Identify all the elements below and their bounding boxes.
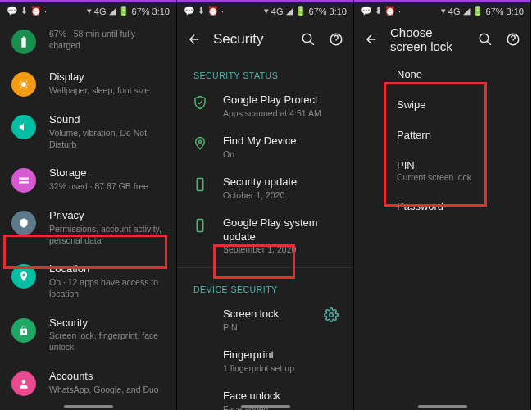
battery-icon	[11, 30, 36, 54]
download-icon: ⬇	[20, 6, 28, 16]
play-protect-row[interactable]: Google Play ProtectApps scanned at 4:51 …	[177, 85, 353, 126]
wifi-icon: ▾	[87, 6, 92, 16]
help-icon[interactable]	[506, 32, 521, 47]
svg-point-1	[22, 380, 26, 384]
location-row[interactable]: LocationOn · 12 apps have access to loca…	[0, 254, 176, 308]
security-row[interactable]: SecurityScreen lock, fingerprint, face u…	[0, 308, 176, 362]
storage-icon	[11, 168, 36, 193]
accounts-row[interactable]: AccountsWhatsApp, Google, and Duo	[0, 362, 176, 404]
net-label: 4G	[94, 7, 107, 16]
play-update-row[interactable]: Google Play system updateSeptember 1, 20…	[177, 208, 353, 263]
security-icon	[11, 318, 36, 343]
pin-icon	[192, 136, 208, 151]
security-update-row[interactable]: Security updateOctober 1, 2020	[177, 167, 353, 208]
gear-icon[interactable]	[324, 308, 339, 322]
location-icon	[11, 264, 36, 289]
chat-icon: 💬	[7, 6, 18, 16]
sound-icon	[11, 115, 36, 139]
lock-none[interactable]: None	[354, 59, 530, 89]
lock-list[interactable]: None Swipe Pattern PINCurrent screen loc…	[354, 59, 530, 410]
page-title: Choose screen lock	[390, 25, 466, 53]
security-list[interactable]: SECURITY STATUS Google Play ProtectApps …	[177, 59, 353, 410]
fingerprint-row[interactable]: Fingerprint1 fingerprint set up	[177, 340, 353, 381]
battery-row[interactable]: 67% · 58 min until fully charged	[0, 20, 176, 62]
svg-point-7	[199, 140, 202, 143]
dot-icon: ·	[44, 7, 47, 16]
privacy-row[interactable]: PrivacyPermissions, account activity, pe…	[0, 201, 176, 254]
divider	[177, 267, 353, 268]
status-bar: 💬⬇⏰· ▾4G◢🔋67%3:10	[354, 0, 530, 20]
section-device: DEVICE SECURITY	[177, 273, 353, 299]
screen-security: 💬⬇⏰· ▾4G◢🔋67%3:10 Security SECURITY STAT…	[177, 0, 354, 410]
find-device-row[interactable]: Find My DeviceOn	[177, 126, 353, 167]
phone-icon	[192, 177, 208, 192]
nav-pill[interactable]	[241, 405, 290, 408]
shield-check-icon	[192, 95, 208, 110]
battery-sub: 67% · 58 min until fully charged	[49, 29, 165, 51]
display-icon	[11, 72, 36, 97]
svg-rect-8	[197, 178, 203, 190]
back-icon[interactable]	[364, 32, 379, 47]
svg-point-10	[330, 313, 334, 317]
privacy-icon	[11, 211, 36, 235]
screen-settings: 💬 ⬇ ⏰ · ▾ 4G ◢ 🔋 67% 3:10 67% · 58 min u…	[0, 0, 177, 410]
help-icon[interactable]	[329, 32, 343, 47]
svg-point-0	[21, 82, 26, 87]
nav-pill[interactable]	[64, 405, 113, 408]
status-bar: 💬⬇⏰· ▾4G◢🔋67%3:10	[177, 0, 353, 20]
lock-pattern[interactable]: Pattern	[354, 120, 530, 150]
clock: 3:10	[152, 7, 170, 16]
storage-row[interactable]: Storage32% used · 87.67 GB free	[0, 158, 176, 201]
nav-pill[interactable]	[418, 405, 467, 408]
svg-point-11	[480, 34, 489, 43]
display-row[interactable]: DisplayWallpaper, sleep, font size	[0, 62, 176, 105]
app-bar: Security	[177, 20, 353, 59]
lock-swipe[interactable]: Swipe	[354, 89, 530, 120]
lock-pin[interactable]: PINCurrent screen lock	[354, 150, 530, 191]
page-title: Security	[213, 31, 289, 48]
accounts-icon	[11, 371, 36, 396]
phone-icon	[192, 218, 208, 233]
svg-point-5	[302, 34, 311, 43]
search-icon[interactable]	[478, 32, 493, 47]
battery-icon: 🔋	[118, 6, 130, 16]
signal-icon: ◢	[109, 6, 116, 16]
settings-list[interactable]: 67% · 58 min until fully charged Display…	[0, 20, 176, 410]
section-status: SECURITY STATUS	[177, 59, 353, 85]
search-icon[interactable]	[301, 32, 316, 47]
app-bar: Choose screen lock	[354, 20, 530, 59]
alarm-icon: ⏰	[30, 6, 42, 16]
screen-choose-lock: 💬⬇⏰· ▾4G◢🔋67%3:10 Choose screen lock Non…	[354, 0, 531, 410]
screen-lock-row[interactable]: Screen lockPIN	[177, 299, 353, 340]
status-bar: 💬 ⬇ ⏰ · ▾ 4G ◢ 🔋 67% 3:10	[0, 0, 176, 20]
lock-password[interactable]: Password	[354, 191, 530, 221]
battery-pct: 67%	[132, 7, 150, 16]
back-icon[interactable]	[187, 32, 202, 47]
sound-row[interactable]: SoundVolume, vibration, Do Not Disturb	[0, 105, 176, 158]
svg-rect-9	[197, 219, 203, 231]
